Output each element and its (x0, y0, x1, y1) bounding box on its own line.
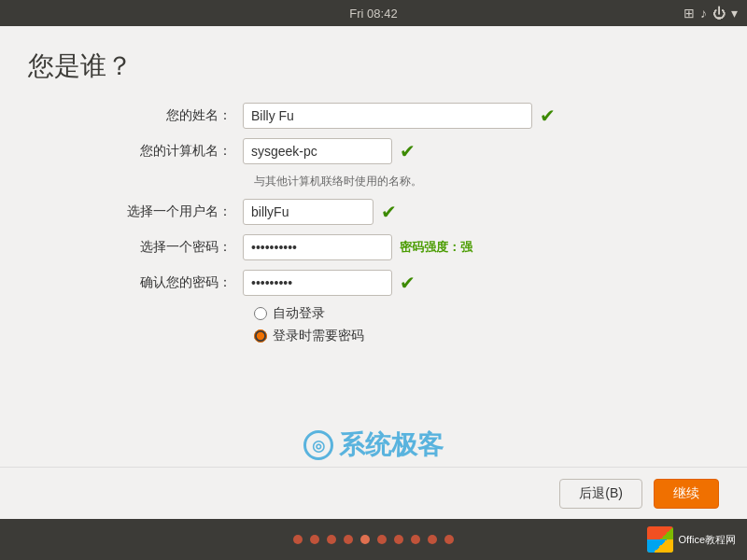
watermark-text: 系统极客 (339, 427, 444, 463)
watermark: ◎ 系统极客 (303, 427, 444, 463)
office-badge: Office教程网 (647, 526, 736, 553)
computer-name-input-wrap: ✔ (243, 138, 635, 164)
dot-4 (344, 535, 353, 544)
power-icon[interactable]: ⏻ (712, 6, 726, 21)
password-input[interactable] (243, 234, 392, 260)
dot-1 (293, 535, 303, 544)
name-input[interactable] (243, 103, 532, 129)
dot-7 (394, 535, 403, 544)
auto-login-row: 自动登录 (112, 305, 635, 322)
dot-3 (327, 535, 336, 544)
password-input-wrap: 密码强度：强 (243, 234, 635, 260)
username-row: 选择一个用户名： ✔ (112, 199, 635, 225)
username-input-wrap: ✔ (243, 199, 635, 225)
footer-bar: Office教程网 (0, 519, 747, 560)
progress-dots (293, 535, 454, 544)
back-button[interactable]: 后退(B) (559, 479, 642, 509)
password-strength-label: 密码强度：强 (400, 239, 472, 256)
network-icon[interactable]: ⊞ (684, 6, 695, 21)
auto-login-radio[interactable] (254, 307, 267, 320)
main-content: 您是谁？ 您的姓名： ✔ 您的计算机名： ✔ 与其他计算机联络时使用的名称。 选… (0, 26, 747, 519)
auto-login-label: 自动登录 (273, 305, 325, 322)
username-check-icon: ✔ (381, 203, 397, 221)
require-password-option[interactable]: 登录时需要密码 (254, 328, 364, 344)
system-tray: ⊞ ♪ ⏻ ▾ (684, 6, 738, 21)
dot-6 (377, 535, 387, 544)
password-row: 选择一个密码： 密码强度：强 (112, 234, 635, 260)
computer-name-row: 您的计算机名： ✔ (112, 138, 635, 164)
require-password-label: 登录时需要密码 (273, 328, 364, 344)
office-label: Office教程网 (678, 533, 736, 547)
office-logo-icon (647, 526, 673, 553)
confirm-password-input-wrap: ✔ (243, 270, 635, 296)
confirm-password-row: 确认您的密码： ✔ (112, 270, 635, 296)
form-area: 您的姓名： ✔ 您的计算机名： ✔ 与其他计算机联络时使用的名称。 选择一个用户… (0, 93, 747, 467)
password-label: 选择一个密码： (112, 239, 243, 256)
computer-hint-row: 与其他计算机联络时使用的名称。 (112, 174, 635, 189)
name-row: 您的姓名： ✔ (112, 103, 635, 129)
topbar: Fri 08:42 ⊞ ♪ ⏻ ▾ (0, 0, 747, 26)
confirm-password-input[interactable] (243, 270, 392, 296)
auto-login-option[interactable]: 自动登录 (254, 305, 325, 322)
computer-check-icon: ✔ (400, 142, 416, 161)
computer-name-input[interactable] (243, 138, 392, 164)
dot-5 (360, 535, 370, 544)
continue-button[interactable]: 继续 (654, 479, 719, 509)
dot-8 (411, 535, 420, 544)
name-label: 您的姓名： (112, 107, 243, 124)
bottom-bar: 后退(B) 继续 (0, 467, 747, 519)
username-input[interactable] (243, 199, 374, 225)
computer-hint-text: 与其他计算机联络时使用的名称。 (254, 174, 422, 189)
page-title: 您是谁？ (28, 49, 719, 84)
confirm-password-label: 确认您的密码： (112, 274, 243, 291)
require-password-radio[interactable] (254, 329, 267, 343)
watermark-icon: ◎ (303, 430, 333, 460)
name-input-wrap: ✔ (243, 103, 635, 129)
dot-10 (444, 535, 454, 544)
dot-2 (310, 535, 319, 544)
clock: Fri 08:42 (349, 7, 397, 21)
page-title-area: 您是谁？ (0, 26, 747, 93)
username-label: 选择一个用户名： (112, 203, 243, 220)
require-password-row: 登录时需要密码 (112, 328, 635, 344)
name-check-icon: ✔ (540, 106, 556, 125)
confirm-check-icon: ✔ (400, 273, 416, 292)
computer-name-label: 您的计算机名： (112, 143, 243, 160)
dot-9 (428, 535, 437, 544)
dropdown-arrow-icon[interactable]: ▾ (731, 6, 738, 21)
volume-icon[interactable]: ♪ (700, 6, 707, 21)
